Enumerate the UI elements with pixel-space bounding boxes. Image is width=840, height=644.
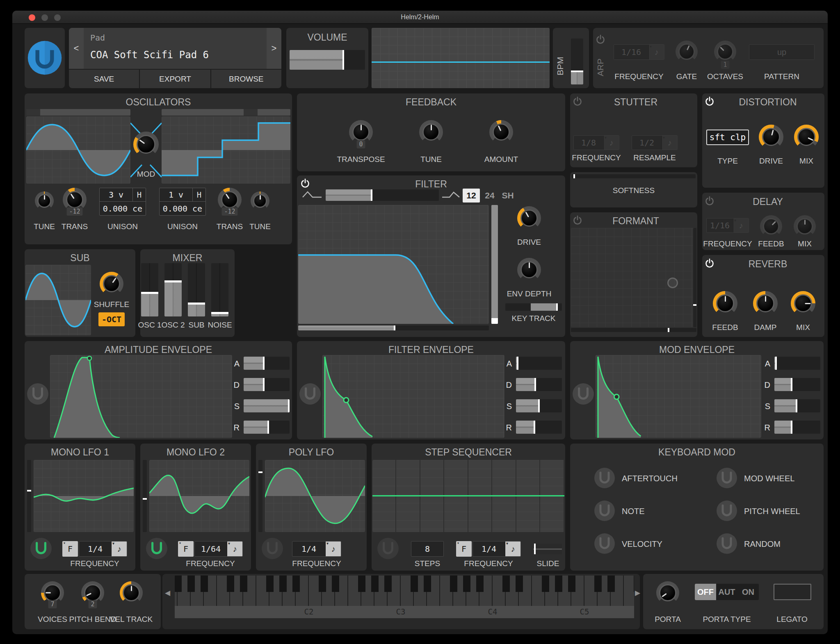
- delay-mix-knob[interactable]: [794, 215, 816, 237]
- mod-env-attack-slider[interactable]: [774, 357, 820, 370]
- arp-frequency-note-icon[interactable]: ▾♪: [648, 45, 664, 59]
- mono-lfo1-display[interactable]: [34, 460, 134, 532]
- osc1-unison-voices[interactable]: 3 v: [100, 188, 132, 201]
- osc1-wave-frame-slider[interactable]: [26, 109, 130, 116]
- formant-power-button[interactable]: [572, 215, 583, 225]
- filter-env-depth-knob[interactable]: [517, 258, 541, 282]
- feedback-amount-knob[interactable]: [489, 120, 513, 144]
- filter-pole-24-button[interactable]: 24: [482, 189, 498, 203]
- poly-lfo-note-icon[interactable]: ▾♪: [325, 542, 341, 556]
- osc2-unison-voices[interactable]: 1 v: [160, 188, 192, 201]
- osc1-waveform-display[interactable]: [26, 116, 130, 184]
- delay-frequency-note-icon[interactable]: ▾♪: [733, 218, 749, 232]
- arp-octaves-knob[interactable]: [714, 41, 736, 63]
- reverb-damp-knob[interactable]: [753, 291, 778, 316]
- porta-type-selector[interactable]: OFF AUT ON: [695, 584, 759, 600]
- reverb-mix-knob[interactable]: [791, 291, 815, 316]
- distortion-type-value[interactable]: sft clp: [706, 130, 749, 145]
- osc1-tune-knob[interactable]: [35, 191, 54, 210]
- porta-type-off-option[interactable]: OFF: [695, 584, 716, 600]
- bpm-slider[interactable]: [571, 39, 583, 84]
- stutter-power-button[interactable]: [572, 96, 583, 107]
- step-sequencer-note-icon[interactable]: ▾♪: [505, 542, 520, 556]
- velocity-mod-source-icon[interactable]: [594, 533, 615, 556]
- stutter-resample-value[interactable]: 1/2▾♪: [632, 135, 678, 150]
- patch-category[interactable]: Pad: [90, 33, 105, 43]
- poly-lfo-mod-source-icon[interactable]: [261, 537, 283, 561]
- delay-feedback-knob[interactable]: [760, 215, 782, 237]
- porta-type-on-option[interactable]: ON: [737, 584, 759, 600]
- step-sequencer-mod-source-icon[interactable]: [377, 537, 399, 561]
- osc2-tune-knob[interactable]: [251, 191, 269, 210]
- reverb-power-button[interactable]: [704, 258, 715, 269]
- delay-frequency-value[interactable]: 1/16▾♪: [706, 218, 749, 233]
- osc2-unison-harmonize-button[interactable]: H: [192, 188, 205, 201]
- mixer-osc2-slider[interactable]: [164, 263, 182, 316]
- amp-env-release-slider[interactable]: [244, 421, 290, 434]
- filter-pole-12-button[interactable]: 12: [463, 189, 480, 203]
- filter-pole-sh-button[interactable]: SH: [499, 189, 517, 203]
- feedback-tune-knob[interactable]: [419, 120, 443, 144]
- stutter-softness-slider[interactable]: [572, 174, 696, 178]
- keyboard-scroll-left-icon[interactable]: ◀: [165, 589, 170, 597]
- mod-env-release-slider[interactable]: [774, 421, 820, 434]
- filter-blend-slider[interactable]: [326, 189, 439, 201]
- formant-y-slider[interactable]: [693, 228, 696, 327]
- amp-env-mod-source-icon[interactable]: [27, 383, 49, 407]
- filter-env-decay-slider[interactable]: [516, 378, 562, 391]
- arp-gate-knob[interactable]: [676, 41, 698, 63]
- mono-lfo2-retrigger-button[interactable]: ▾F: [178, 541, 194, 557]
- patch-name[interactable]: COA Soft Scifi Pad 6: [90, 49, 209, 61]
- sub-waveform-display[interactable]: [25, 265, 91, 335]
- reverb-feedback-knob[interactable]: [713, 291, 737, 316]
- mono-lfo1-note-icon[interactable]: ▾♪: [111, 542, 127, 556]
- mono-lfo1-amount-slider[interactable]: [27, 460, 31, 532]
- osc2-waveform-display[interactable]: [162, 116, 290, 184]
- keyboard-scroll-right-icon[interactable]: ▶: [635, 589, 640, 597]
- sub-octave-button[interactable]: -OCT: [98, 312, 125, 326]
- formant-xy-puck[interactable]: [667, 278, 678, 288]
- mono-lfo1-frequency-value[interactable]: 1/4▾♪: [79, 541, 127, 557]
- osc2-wave-frame-slider[interactable]: [162, 109, 290, 116]
- step-sequencer-steps-value[interactable]: 8: [411, 541, 444, 557]
- prev-patch-button[interactable]: <: [69, 28, 84, 69]
- amp-env-decay-slider[interactable]: [244, 378, 290, 391]
- osc-mod-knob[interactable]: [133, 132, 159, 157]
- poly-lfo-amount-slider[interactable]: [258, 460, 262, 532]
- mod-env-mod-source-icon[interactable]: [572, 383, 594, 407]
- mod-env-decay-slider[interactable]: [774, 378, 820, 391]
- step-sequencer-frequency-value[interactable]: 1/4▾♪: [472, 541, 521, 557]
- filter-env-sustain-slider[interactable]: [516, 399, 562, 412]
- delay-power-button[interactable]: [704, 196, 715, 206]
- note-mod-source-icon[interactable]: [594, 500, 615, 523]
- browse-button[interactable]: BROWSE: [211, 70, 281, 88]
- mono-lfo2-frequency-value[interactable]: 1/64▾♪: [194, 541, 243, 557]
- mono-lfo1-retrigger-button[interactable]: ▾F: [62, 541, 78, 557]
- stutter-frequency-note-icon[interactable]: ▾♪: [603, 136, 619, 150]
- filter-power-button[interactable]: [300, 178, 310, 189]
- poly-lfo-display[interactable]: [265, 460, 365, 532]
- sub-shuffle-knob[interactable]: [100, 272, 123, 296]
- filter-env-attack-slider[interactable]: [516, 357, 562, 370]
- filter-cutoff-slider[interactable]: [298, 325, 489, 330]
- legato-checkbox[interactable]: [774, 584, 811, 600]
- mod-envelope-display[interactable]: [596, 355, 761, 438]
- distortion-mix-knob[interactable]: [794, 125, 819, 149]
- amp-env-sustain-slider[interactable]: [244, 399, 290, 412]
- mod-wheel-mod-source-icon[interactable]: [716, 467, 737, 490]
- filter-env-mod-source-icon[interactable]: [299, 383, 321, 407]
- amplitude-envelope-display[interactable]: [50, 355, 232, 438]
- aftertouch-mod-source-icon[interactable]: [594, 467, 615, 490]
- mixer-sub-slider[interactable]: [188, 263, 205, 316]
- step-sequencer-slide-slider[interactable]: [533, 544, 562, 554]
- keyboard-black-keys[interactable]: [175, 576, 634, 592]
- arp-power-button[interactable]: [595, 34, 606, 45]
- volume-slider[interactable]: [290, 50, 365, 70]
- filter-drive-knob[interactable]: [517, 206, 541, 230]
- save-button[interactable]: SAVE: [69, 70, 139, 88]
- osc2-unison-control[interactable]: 1 vH 0.000 ce: [159, 188, 206, 216]
- mono-lfo1-mod-source-icon[interactable]: [30, 537, 52, 561]
- formant-xy-pad[interactable]: [571, 228, 696, 327]
- stutter-frequency-value[interactable]: 1/8▾♪: [573, 135, 619, 150]
- vel-track-knob[interactable]: [120, 581, 143, 604]
